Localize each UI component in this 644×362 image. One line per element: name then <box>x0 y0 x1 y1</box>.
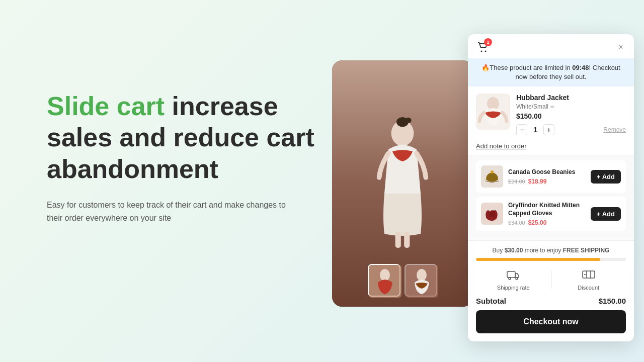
upsell-item-1-prices: $24.00 $18.99 <box>508 178 586 185</box>
upsell-item-2-name: Gryffindor Knitted Mitten Capped Gloves <box>508 202 586 217</box>
item-variant: White/Small ✏ <box>516 103 626 110</box>
quantity-increase-button[interactable]: + <box>543 124 554 135</box>
add-note-link[interactable]: Add note to order <box>468 142 634 155</box>
upsell-item-2: Gryffindor Knitted Mitten Capped Gloves … <box>476 197 626 231</box>
subtotal-label: Subtotal <box>476 297 506 305</box>
upsell-item-1-add-button[interactable]: + Add <box>591 170 621 184</box>
shipping-progress-text: Buy $30.00 more to enjoy FREE SHIPPING <box>476 247 626 254</box>
shipping-rate-icon <box>507 269 520 283</box>
headline: Slide cart increase sales and reduce car… <box>47 90 318 185</box>
discount-icon <box>582 269 595 283</box>
upsell-item-1-image <box>481 165 503 188</box>
quantity-decrease-button[interactable]: − <box>516 124 527 135</box>
svg-rect-4 <box>404 232 410 248</box>
subtotal-amount: $150.00 <box>599 297 626 305</box>
cart-item: Hubbard Jacket White/Small ✏ $150.00 − 1… <box>468 86 634 142</box>
svg-point-8 <box>417 269 427 281</box>
svg-point-9 <box>481 51 482 52</box>
checkout-button[interactable]: Checkout now <box>476 310 626 333</box>
cart-header: 1 × <box>468 34 634 58</box>
svg-rect-16 <box>507 272 515 278</box>
timer-text-prefix: 🔥These product are limited in <box>481 64 572 71</box>
upsell-item-2-add-button[interactable]: + Add <box>591 207 621 221</box>
svg-point-6 <box>380 269 390 281</box>
hero-subtext: Easy for customers to keep track of thei… <box>47 199 288 224</box>
upsell-item-1-name: Canada Goose Beanies <box>508 168 586 176</box>
subtotal-row: Subtotal $150.00 <box>468 293 634 310</box>
cart-panel: 1 × 🔥These product are limited in 09:48!… <box>468 34 634 341</box>
edit-variant-icon[interactable]: ✏ <box>550 104 554 110</box>
quantity-controls: − 1 + Remove <box>516 124 626 135</box>
upsell-item-1-original-price: $24.00 <box>508 178 525 185</box>
upsell-item-2-prices: $34.00 $25.00 <box>508 219 586 226</box>
perk-discount: Discount <box>551 269 626 291</box>
close-button[interactable]: × <box>616 42 626 52</box>
svg-point-17 <box>509 278 511 280</box>
upsell-item-2-original-price: $34.00 <box>508 220 525 226</box>
thumbnail-strip <box>368 264 437 297</box>
thumb-2[interactable] <box>405 264 437 297</box>
upsell-item-1-details: Canada Goose Beanies $24.00 $18.99 <box>508 168 586 185</box>
shipping-progress-section: Buy $30.00 more to enjoy FREE SHIPPING <box>468 240 634 265</box>
svg-point-2 <box>405 118 412 123</box>
upsell-item-2-image <box>481 203 503 225</box>
fashion-image <box>332 85 473 282</box>
cart-icon-wrap: 1 <box>476 40 490 54</box>
headline-green: Slide cart <box>47 92 165 121</box>
upsell-item-2-details: Gryffindor Knitted Mitten Capped Gloves … <box>508 202 586 226</box>
upsell-section: Canada Goose Beanies $24.00 $18.99 + Add <box>468 155 634 240</box>
shipping-progress-bar-fill <box>476 258 600 261</box>
perks-row: Shipping rate Discount <box>468 265 634 293</box>
hero-section: Slide cart increase sales and reduce car… <box>47 90 318 224</box>
timer-countdown: 09:48 <box>572 64 589 71</box>
shipping-rate-label: Shipping rate <box>497 285 530 291</box>
cart-badge: 1 <box>484 38 492 46</box>
perk-shipping: Shipping rate <box>476 269 551 291</box>
remove-item-link[interactable]: Remove <box>603 126 626 133</box>
svg-point-14 <box>491 170 494 173</box>
timer-banner: 🔥These product are limited in 09:48! Che… <box>468 58 634 86</box>
discount-label: Discount <box>578 285 599 291</box>
upsell-item-1-sale-price: $18.99 <box>528 178 547 185</box>
upsell-item-2-sale-price: $25.00 <box>528 219 547 226</box>
thumb-1[interactable] <box>368 264 400 297</box>
phone-mockup <box>332 60 473 307</box>
item-details: Hubbard Jacket White/Small ✏ $150.00 − 1… <box>516 94 626 135</box>
shipping-progress-bar-bg <box>476 258 626 261</box>
item-image <box>476 94 510 130</box>
svg-rect-3 <box>395 232 401 248</box>
item-price: $150.00 <box>516 112 626 120</box>
svg-point-10 <box>485 51 487 52</box>
svg-point-18 <box>516 278 518 280</box>
item-name: Hubbard Jacket <box>516 94 626 102</box>
quantity-value: 1 <box>533 126 537 134</box>
upsell-item-1: Canada Goose Beanies $24.00 $18.99 + Add <box>476 160 626 193</box>
